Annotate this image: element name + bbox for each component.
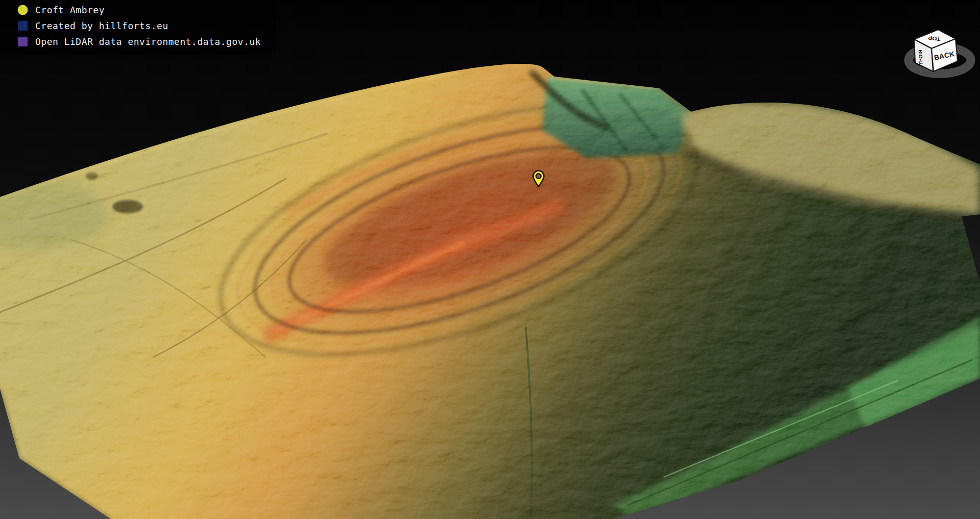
legend-item-open-lidar: Open LiDAR data environment.data.gov.uk [17,35,261,48]
legend-label: Croft Ambrey [35,4,105,16]
square-swatch-icon [17,36,28,47]
legend-item-created-by: Created by hillforts.eu [17,19,261,32]
square-swatch-icon [17,20,28,31]
cube-face-side-label: RIGHT [917,50,924,65]
legend-label: Created by hillforts.eu [35,19,168,32]
site-dot-icon [17,5,28,15]
legend-item-croft-ambrey: Croft Ambrey [17,4,261,16]
terrain-viewport[interactable]: TOP RIGHT BACK Croft Ambrey Created by h… [0,0,980,519]
legend-panel: Croft Ambrey Created by hillforts.eu Ope… [0,0,276,54]
legend-label: Open LiDAR data environment.data.gov.uk [35,35,261,48]
